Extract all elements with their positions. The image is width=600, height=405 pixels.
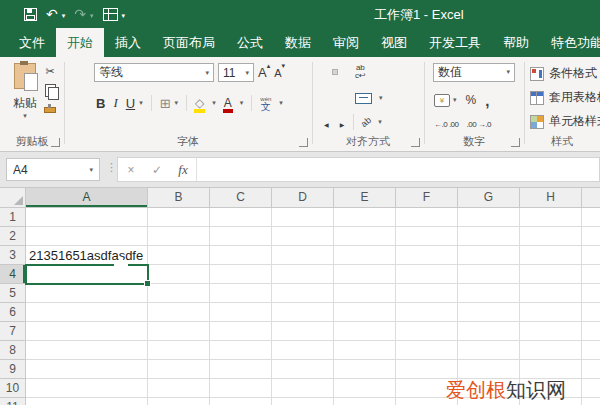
clipboard-dialog-launcher-icon[interactable] (51, 138, 60, 147)
row-header-8[interactable]: 8 (0, 341, 26, 360)
phonetic-guide-button[interactable]: wén 文 (260, 96, 271, 110)
wrap-text-icon[interactable]: abc↩ (355, 64, 366, 80)
copy-icon[interactable] (45, 84, 56, 97)
tab-review[interactable]: 审阅 (322, 28, 370, 57)
align-left-icon[interactable] (322, 96, 326, 100)
formula-bar: × ✓ fx (117, 157, 600, 182)
fill-handle[interactable] (144, 280, 151, 287)
column-header-a[interactable]: A (26, 188, 148, 208)
tab-insert[interactable]: 插入 (104, 28, 152, 57)
format-painter-icon[interactable] (44, 107, 56, 113)
phonetic-dropdown-icon[interactable]: ▾ (279, 99, 283, 107)
tab-file[interactable]: 文件 (8, 28, 56, 57)
column-header-b[interactable]: B (148, 188, 210, 208)
tab-view[interactable]: 视图 (370, 28, 418, 57)
underline-dropdown-icon[interactable]: ▾ (139, 99, 143, 107)
font-color-dropdown-icon[interactable]: ▾ (240, 99, 244, 107)
row-header-2[interactable]: 2 (0, 227, 26, 246)
orientation-dropdown-icon[interactable]: ▾ (378, 118, 382, 126)
formula-bar-handle[interactable]: ⋮ (106, 161, 117, 174)
row-header-5[interactable]: 5 (0, 284, 26, 303)
fill-color-dropdown-icon[interactable]: ▾ (212, 99, 216, 107)
increase-decimal-icon[interactable]: ←.0 .00 (434, 120, 459, 129)
select-all-corner[interactable] (0, 188, 26, 208)
align-middle-icon[interactable] (333, 70, 337, 74)
comma-style-button[interactable]: , (485, 92, 489, 109)
cell-grid[interactable] (26, 208, 600, 405)
insert-function-icon[interactable]: fx (170, 162, 196, 178)
conditional-formatting-button[interactable]: 条件格式 (530, 65, 597, 82)
decrease-indent-icon[interactable]: ◀ (322, 111, 331, 133)
orientation-icon[interactable]: ab (359, 115, 373, 129)
undo-icon[interactable]: ↶ (46, 5, 58, 23)
bold-button[interactable]: B (96, 96, 105, 111)
fill-color-button[interactable]: ◇ (195, 97, 204, 109)
borders-dropdown-icon[interactable]: ▾ (175, 99, 179, 107)
font-dialog-launcher-icon[interactable] (299, 138, 308, 147)
percent-style-button[interactable]: % (466, 93, 477, 107)
row-header-3[interactable]: 3 (0, 246, 26, 265)
increase-indent-icon[interactable]: ▶ (338, 111, 347, 133)
paste-button[interactable]: 粘贴 ▾ (8, 63, 42, 127)
decrease-font-size-button[interactable]: A▾ (274, 66, 285, 79)
accounting-dropdown-icon[interactable]: ▾ (453, 96, 457, 104)
merge-center-dropdown-icon[interactable]: ▾ (379, 94, 383, 102)
column-header-c[interactable]: C (210, 188, 272, 208)
borders-icon[interactable]: ⊞ (160, 96, 171, 111)
row-header-4[interactable]: 4 (0, 265, 26, 284)
font-size-select[interactable]: 11 ▾ (218, 63, 254, 82)
column-header-partial[interactable] (582, 188, 600, 208)
row-header-10[interactable]: 10 (0, 379, 26, 398)
align-right-icon[interactable] (344, 96, 348, 100)
formula-input[interactable] (196, 158, 599, 181)
tab-data[interactable]: 数据 (274, 28, 322, 57)
name-box[interactable]: A4 ▾ (6, 158, 100, 181)
row-headers: 1 2 3 4 5 6 7 8 9 10 11 (0, 208, 26, 405)
undo-dropdown-icon[interactable]: ▾ (62, 12, 66, 20)
row-header-6[interactable]: 6 (0, 303, 26, 322)
watermark-orange-text: 爱创根 (446, 379, 506, 401)
tab-help[interactable]: 帮助 (492, 28, 540, 57)
customize-qat-icon[interactable]: ▾ (122, 12, 126, 20)
cut-icon[interactable]: ✂ (45, 65, 54, 77)
decrease-decimal-icon[interactable]: .00 →.0 (467, 120, 492, 129)
align-top-icon[interactable] (322, 70, 326, 74)
italic-button[interactable]: I (113, 95, 117, 111)
tab-home[interactable]: 开始 (56, 28, 104, 57)
column-header-f[interactable]: F (396, 188, 458, 208)
number-format-select[interactable]: 数值 ▾ (433, 63, 515, 82)
tab-developer[interactable]: 开发工具 (418, 28, 492, 57)
separator (353, 114, 354, 130)
tab-page-layout[interactable]: 页面布局 (152, 28, 226, 57)
align-bottom-icon[interactable] (344, 70, 348, 74)
format-as-table-button[interactable]: 套用表格格式 (530, 89, 600, 106)
underline-button[interactable]: U (126, 96, 135, 111)
row-header-1[interactable]: 1 (0, 208, 26, 227)
cell-a3-value[interactable]: 21351651asdfasdfe (29, 246, 143, 265)
column-header-g[interactable]: G (458, 188, 520, 208)
row-header-7[interactable]: 7 (0, 322, 26, 341)
row-header-11[interactable]: 11 (0, 398, 26, 405)
paste-dropdown-icon[interactable]: ▾ (8, 112, 42, 120)
column-header-e[interactable]: E (334, 188, 396, 208)
tab-features[interactable]: 特色功能 (540, 28, 600, 57)
alignment-dialog-launcher-icon[interactable] (411, 138, 420, 147)
conditional-formatting-label: 条件格式 (549, 65, 597, 82)
accounting-format-icon[interactable]: ¥ (434, 94, 450, 107)
selected-cell-a4[interactable] (25, 264, 149, 285)
qat-grid-icon[interactable] (103, 8, 118, 21)
tab-formulas[interactable]: 公式 (226, 28, 274, 57)
cell-styles-button[interactable]: 单元格样式 (530, 113, 600, 130)
name-box-dropdown-icon[interactable]: ▾ (89, 166, 93, 174)
font-name-select[interactable]: 等线 ▾ (94, 63, 214, 82)
column-header-d[interactable]: D (272, 188, 334, 208)
font-color-button[interactable]: A (224, 97, 232, 109)
increase-font-size-button[interactable]: A▴ (258, 65, 270, 80)
row-header-9[interactable]: 9 (0, 360, 26, 379)
column-header-h[interactable]: H (520, 188, 582, 208)
number-dialog-launcher-icon[interactable] (511, 138, 520, 147)
worksheet[interactable]: A B C D E F G H 1 2 3 4 5 6 7 8 9 10 11 (0, 188, 600, 405)
merge-center-icon[interactable] (355, 93, 372, 104)
align-center-icon[interactable] (333, 96, 337, 100)
save-icon[interactable] (24, 8, 37, 21)
